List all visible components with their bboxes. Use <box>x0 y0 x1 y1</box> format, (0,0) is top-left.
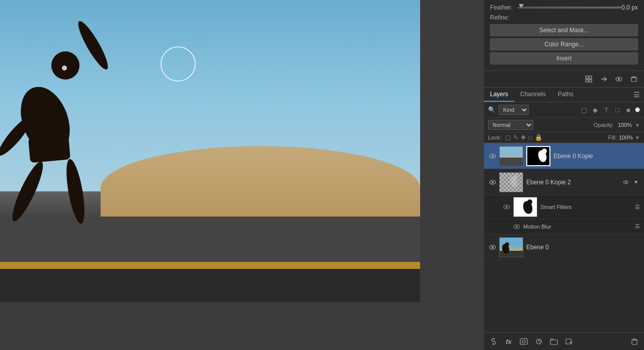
lock-all-icon[interactable]: 🔒 <box>535 134 542 141</box>
filter-adjust-icon[interactable]: ◆ <box>591 105 600 114</box>
lock-move-icon[interactable]: ✚ <box>521 134 526 141</box>
svg-point-37 <box>505 242 509 246</box>
layer-visibility-1[interactable] <box>488 152 497 161</box>
layer-visibility-2[interactable] <box>488 178 497 187</box>
fill-section: Fill: 100% ▼ <box>608 134 640 141</box>
svg-point-35 <box>492 246 494 248</box>
arrow-icon[interactable] <box>599 74 609 84</box>
layers-menu-icon[interactable]: ☰ <box>629 88 644 102</box>
link-layers-icon[interactable] <box>488 336 499 347</box>
fill-label: Fill: <box>608 134 617 141</box>
fx-icon[interactable]: fx <box>503 336 514 347</box>
delete-layer-icon[interactable] <box>629 336 640 347</box>
select-and-mask-button[interactable]: Select and Mask... <box>490 24 638 36</box>
svg-point-8 <box>161 47 195 81</box>
feather-label: Feather: <box>490 4 518 11</box>
motion-blur-settings-icon[interactable]: ☰ <box>635 223 640 230</box>
filter-kind-select[interactable]: Kind <box>499 105 529 115</box>
tab-channels[interactable]: Channels <box>514 88 552 102</box>
layer-item-ebene0kopie[interactable]: Ebene 0 Kopie <box>484 143 644 169</box>
layer-item-ebene0kopie2[interactable]: Ebene 0 Kopie 2 ▼ <box>484 169 644 195</box>
layer-thumb-2 <box>499 172 523 192</box>
grid-icon[interactable] <box>584 74 594 84</box>
feather-slider[interactable] <box>518 7 621 9</box>
lock-paint-icon[interactable]: ✎ <box>513 134 518 141</box>
filter-smart-icon[interactable]: ■ <box>624 105 633 114</box>
add-mask-icon[interactable] <box>518 336 529 347</box>
opacity-arrow[interactable]: ▼ <box>635 122 640 128</box>
svg-point-24 <box>514 175 518 179</box>
smart-filter-thumb <box>513 197 537 217</box>
new-group-icon[interactable] <box>548 336 559 347</box>
filter-shape-icon[interactable]: □ <box>613 105 622 114</box>
svg-point-40 <box>522 340 525 343</box>
lock-icons: ▢ ✎ ✚ □ 🔒 <box>505 134 542 141</box>
canvas-area <box>0 0 484 350</box>
svg-rect-15 <box>631 78 636 82</box>
canvas-image <box>0 0 420 302</box>
svg-point-2 <box>74 18 112 72</box>
svg-point-14 <box>618 78 620 80</box>
svg-point-4 <box>63 158 88 225</box>
svg-rect-10 <box>589 76 592 79</box>
layer-badge-arrow-2[interactable]: ▼ <box>632 178 640 186</box>
layers-list: Ebene 0 Kopie Eb <box>484 143 644 332</box>
svg-rect-12 <box>589 80 592 82</box>
svg-point-7 <box>62 65 67 71</box>
fill-arrow[interactable]: ▼ <box>635 135 640 141</box>
svg-point-33 <box>516 226 518 228</box>
feather-value: 0.0 px <box>621 4 638 11</box>
layer-badge-eye-2[interactable] <box>622 178 630 186</box>
layer-sub-item-motionblur[interactable]: Motion Blur ☰ <box>484 219 644 234</box>
opacity-value: 100% <box>617 122 632 128</box>
svg-rect-11 <box>586 80 588 82</box>
layer-item-ebene0[interactable]: Ebene 0 <box>484 234 644 260</box>
layer-name-2: Ebene 0 Kopie 2 <box>526 179 620 186</box>
opacity-label: Opacity: <box>594 122 614 128</box>
layers-bottom: fx <box>484 332 644 350</box>
add-adjustment-icon[interactable] <box>533 336 544 347</box>
lock-row: Lock: ▢ ✎ ✚ □ 🔒 Fill: 100% ▼ <box>484 132 644 143</box>
lock-artboard-icon[interactable]: □ <box>528 134 532 141</box>
svg-point-22 <box>492 181 494 183</box>
svg-rect-46 <box>632 340 637 344</box>
filter-text-icon[interactable]: T <box>602 105 611 114</box>
fill-value: 100% <box>619 134 633 141</box>
svg-point-17 <box>492 155 494 157</box>
layer-sub-item-smartfilters[interactable]: Smart Filters ☰ <box>484 195 644 219</box>
smart-filter-name: Smart Filters <box>540 204 633 210</box>
feather-slider-container <box>518 7 621 9</box>
layer-thumb-1 <box>499 146 523 166</box>
svg-point-5 <box>8 159 48 224</box>
svg-rect-43 <box>566 339 571 344</box>
svg-rect-42 <box>550 340 557 344</box>
svg-point-28 <box>506 206 508 208</box>
properties-section: Feather: 0.0 px Refine: Select and Mask.… <box>484 0 644 71</box>
tab-layers[interactable]: Layers <box>484 88 514 102</box>
svg-point-20 <box>542 149 547 154</box>
layer-visibility-3[interactable] <box>488 243 497 252</box>
layer-mask-1 <box>526 146 550 166</box>
lock-transparent-icon[interactable]: ▢ <box>505 134 511 141</box>
icons-row <box>484 71 644 88</box>
svg-rect-39 <box>520 338 527 344</box>
layers-panel: Layers Channels Paths ☰ 🔍 Kind ▢ ◆ T □ ■ <box>484 88 644 350</box>
new-layer-icon[interactable] <box>564 336 575 347</box>
lock-label: Lock: <box>488 134 501 141</box>
eye-preview-icon[interactable] <box>614 74 624 84</box>
filter-bar: 🔍 Kind ▢ ◆ T □ ■ <box>484 102 644 118</box>
blend-mode-select[interactable]: Normal <box>488 120 533 130</box>
filter-color-dot[interactable] <box>635 107 640 112</box>
delete-icon[interactable] <box>629 74 639 84</box>
right-panel: Feather: 0.0 px Refine: Select and Mask.… <box>484 0 644 350</box>
filter-search-icon: 🔍 <box>488 106 496 113</box>
filter-icons: ▢ ◆ T □ ■ <box>580 105 640 114</box>
layer-visibility-smartfilters[interactable] <box>502 202 511 212</box>
smart-filter-settings-icon[interactable]: ☰ <box>635 204 640 211</box>
blend-row: Normal Opacity: 100% ▼ <box>484 118 644 132</box>
tab-paths[interactable]: Paths <box>552 88 580 102</box>
layer-thumb-3 <box>499 237 523 257</box>
filter-pixel-icon[interactable]: ▢ <box>580 105 589 114</box>
color-range-button[interactable]: Color Range... <box>490 38 638 50</box>
invert-button[interactable]: Invert <box>490 52 638 64</box>
